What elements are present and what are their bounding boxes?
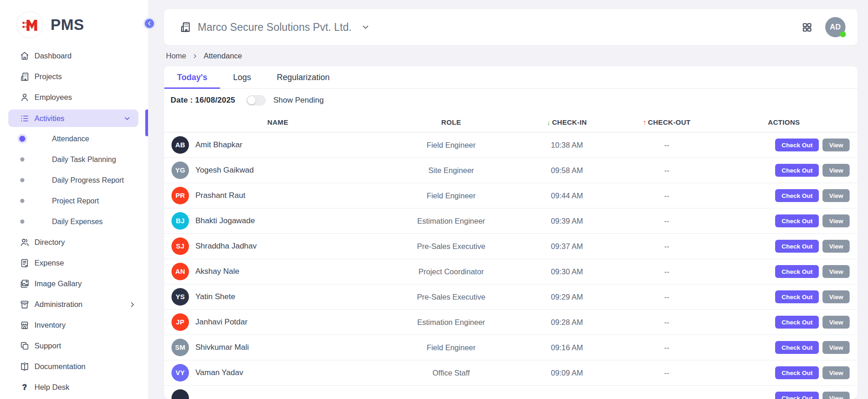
sidebar-sublabel: Attendance (52, 135, 89, 143)
check-out-button[interactable]: Check Out (775, 341, 819, 354)
view-button[interactable]: View (822, 214, 850, 227)
check-in-time: 09:44 AM (511, 191, 623, 200)
tab-todays[interactable]: Today's (164, 66, 220, 88)
bullet-dot-icon (20, 199, 24, 203)
apps-grid-button[interactable] (802, 22, 812, 33)
breadcrumb-home[interactable]: Home (166, 52, 186, 60)
check-in-time: 10:38 AM (511, 141, 623, 150)
column-check-in[interactable]: ↓CHECK-IN (511, 118, 623, 126)
tab-logs[interactable]: Logs (220, 66, 264, 88)
bullet-dot-icon (20, 157, 24, 162)
people-icon (19, 237, 30, 248)
view-button[interactable]: View (822, 189, 850, 202)
sidebar-item-daily-progress-report[interactable]: Daily Progress Report (0, 170, 148, 191)
sidebar-menu: DashboardProjectsEmployeesActivitiesAtte… (0, 46, 148, 398)
employee-name: Yogesh Gaikwad (195, 166, 254, 175)
sidebar-sublabel: Daily Task Planning (52, 156, 116, 164)
sidebar-item-employees[interactable]: Employees (0, 87, 148, 108)
sidebar-sublabel: Project Report (52, 197, 99, 205)
bullet-dot-icon (20, 220, 24, 224)
sidebar-item-image-gallary[interactable]: Image Gallary (0, 273, 148, 294)
sidebar-sublabel: Daily Expenses (52, 218, 103, 226)
check-out-button[interactable]: Check Out (775, 139, 819, 151)
check-out-button[interactable]: Check Out (775, 164, 819, 177)
sidebar-item-help-desk[interactable]: ?Help Desk (0, 377, 148, 398)
employee-avatar: SJ (171, 237, 189, 255)
view-button[interactable]: View (822, 139, 850, 151)
sidebar-item-attendance[interactable]: Attendance (0, 128, 148, 149)
view-button[interactable]: View (822, 341, 850, 354)
copy-icon (19, 341, 30, 352)
table-row: YS Yatin Shete Pre-Sales Executive 09:29… (164, 284, 857, 310)
sidebar-label: Activities (34, 114, 64, 123)
check-out-button[interactable]: Check Out (775, 392, 819, 399)
view-button[interactable]: View (822, 265, 850, 278)
employee-avatar: BJ (171, 212, 189, 230)
employee-name: Shivkumar Mali (195, 343, 249, 352)
online-status-dot (840, 31, 846, 37)
sidebar-sublabel: Daily Progress Report (52, 176, 124, 185)
table-row: Check Out View (164, 386, 857, 399)
building-icon (19, 71, 30, 82)
sidebar-label: Employees (34, 93, 72, 102)
grid-icon (802, 22, 812, 33)
check-out-value: -- (623, 166, 710, 175)
sidebar-item-administration[interactable]: Administration (0, 294, 148, 315)
employee-name: Janhavi Potdar (195, 318, 247, 327)
table-controls: Date : 16/08/2025 Show Pending (164, 93, 857, 107)
sidebar-item-projects[interactable]: Projects (0, 66, 148, 87)
sidebar-item-documentation[interactable]: Documentation (0, 356, 148, 377)
user-menu-button[interactable]: AD (825, 17, 845, 37)
table-row: AN Akshay Nale Project Coordinator 09:30… (164, 259, 857, 284)
check-in-time: 09:16 AM (511, 343, 623, 352)
tab-regularization[interactable]: Regularization (264, 66, 343, 88)
employee-role: Estimation Engineer (392, 318, 511, 327)
column-check-out[interactable]: ↑CHECK-OUT (623, 118, 710, 126)
check-out-value: -- (623, 369, 710, 377)
check-out-button[interactable]: Check Out (775, 290, 819, 303)
view-button[interactable]: View (822, 366, 850, 379)
employee-name: Vaman Yadav (195, 368, 243, 377)
view-button[interactable]: View (822, 316, 850, 329)
check-out-button[interactable]: Check Out (775, 366, 819, 379)
book-icon (19, 361, 30, 372)
sidebar-item-daily-expenses[interactable]: Daily Expenses (0, 211, 148, 232)
sidebar-item-expense[interactable]: Expense (0, 253, 148, 273)
view-button[interactable]: View (822, 290, 850, 303)
employee-role: Site Engineer (392, 166, 511, 175)
employee-role: Field Engineer (392, 191, 511, 200)
employee-avatar: PR (171, 187, 189, 204)
app-title: PMS (51, 16, 84, 34)
sidebar-item-directory[interactable]: Directory (0, 232, 148, 253)
sidebar-item-inventory[interactable]: Inventory (0, 315, 148, 335)
check-out-button[interactable]: Check Out (775, 214, 819, 227)
check-in-time: 09:09 AM (511, 369, 623, 377)
check-out-button[interactable]: Check Out (775, 189, 819, 202)
sidebar-label: Expense (34, 259, 64, 267)
check-out-button[interactable]: Check Out (775, 265, 819, 278)
view-button[interactable]: View (822, 164, 850, 177)
check-out-value: -- (623, 343, 710, 352)
sidebar-item-project-report[interactable]: Project Report (0, 191, 148, 211)
sidebar-item-dashboard[interactable]: Dashboard (0, 46, 148, 66)
check-out-button[interactable]: Check Out (775, 240, 819, 253)
employee-avatar (171, 389, 189, 399)
company-selector[interactable]: Marco Secure Solutions Pvt. Ltd. (179, 21, 370, 34)
list-icon (19, 113, 30, 124)
logo-mark-icon (17, 12, 43, 38)
check-in-time: 09:30 AM (511, 267, 623, 276)
view-button[interactable]: View (822, 240, 850, 253)
breadcrumb: Home Attendance (166, 52, 857, 60)
check-out-value: -- (623, 242, 710, 251)
sidebar-item-support[interactable]: Support (0, 335, 148, 356)
employee-avatar: YG (171, 162, 189, 179)
sidebar: PMS DashboardProjectsEmployeesActivities… (0, 0, 148, 399)
sidebar-item-activities[interactable]: Activities (8, 110, 138, 127)
show-pending-toggle[interactable] (246, 95, 266, 105)
sidebar-item-daily-task-planning[interactable]: Daily Task Planning (0, 149, 148, 170)
check-out-value: -- (623, 267, 710, 276)
check-out-button[interactable]: Check Out (775, 316, 819, 329)
view-button[interactable]: View (822, 392, 850, 399)
sidebar-collapse-button[interactable] (143, 17, 155, 29)
sort-up-icon: ↑ (643, 118, 647, 126)
